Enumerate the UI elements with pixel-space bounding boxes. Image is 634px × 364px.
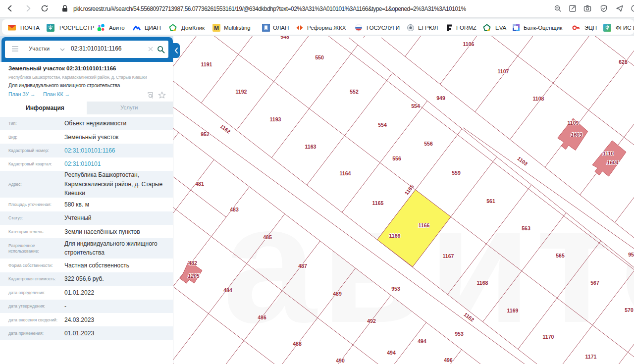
svg-text:556: 556 xyxy=(392,156,401,161)
svg-text:1171: 1171 xyxy=(585,354,597,360)
svg-text:1604: 1604 xyxy=(607,159,619,165)
svg-text:1106: 1106 xyxy=(463,41,475,47)
svg-text:492: 492 xyxy=(367,318,376,324)
svg-text:550: 550 xyxy=(315,54,324,60)
svg-text:95: 95 xyxy=(628,252,634,258)
svg-text:1205: 1205 xyxy=(188,273,200,279)
svg-text:953: 953 xyxy=(455,331,464,337)
svg-text:1166: 1166 xyxy=(389,233,401,239)
svg-text:554: 554 xyxy=(411,103,420,109)
svg-text:1163: 1163 xyxy=(305,144,317,150)
svg-text:1164: 1164 xyxy=(340,170,351,176)
svg-text:M: M xyxy=(214,25,219,32)
svg-text:484: 484 xyxy=(223,287,232,293)
svg-text:1170: 1170 xyxy=(543,334,554,340)
svg-text:552: 552 xyxy=(350,89,359,95)
svg-text:482: 482 xyxy=(188,260,197,266)
svg-text:565: 565 xyxy=(556,253,565,259)
svg-text:487: 487 xyxy=(298,263,307,269)
svg-text:952: 952 xyxy=(201,131,210,137)
svg-text:559: 559 xyxy=(452,170,461,176)
svg-text:1193: 1193 xyxy=(270,116,281,122)
svg-text:485: 485 xyxy=(263,234,272,240)
svg-text:489: 489 xyxy=(333,291,342,297)
svg-text:556: 556 xyxy=(424,141,433,147)
svg-text:481: 481 xyxy=(195,181,204,187)
svg-text:1603: 1603 xyxy=(571,132,582,138)
svg-text:1168: 1168 xyxy=(477,280,488,286)
svg-text:1191: 1191 xyxy=(201,61,212,67)
svg-text:561: 561 xyxy=(486,198,495,204)
svg-text:570: 570 xyxy=(625,307,634,313)
svg-text:496: 496 xyxy=(444,357,453,363)
svg-text:1192: 1192 xyxy=(236,89,247,95)
svg-text:628: 628 xyxy=(619,59,628,65)
svg-text:563: 563 xyxy=(522,225,530,231)
svg-text:1108: 1108 xyxy=(533,96,544,102)
svg-text:494: 494 xyxy=(418,338,426,344)
svg-text:1107: 1107 xyxy=(498,68,509,74)
svg-text:1109: 1109 xyxy=(568,120,579,126)
svg-text:1166: 1166 xyxy=(419,222,430,228)
svg-text:486: 486 xyxy=(258,314,266,320)
svg-text:554: 554 xyxy=(378,122,387,128)
svg-text:1167: 1167 xyxy=(443,253,454,259)
svg-text:1165: 1165 xyxy=(372,200,384,206)
svg-text:548: 548 xyxy=(280,36,289,40)
svg-text:1110: 1110 xyxy=(603,151,614,156)
svg-text:567: 567 xyxy=(590,280,599,286)
svg-text:1169: 1169 xyxy=(507,308,519,313)
svg-text:494: 494 xyxy=(387,350,396,356)
svg-text:483: 483 xyxy=(230,207,239,212)
svg-text:949: 949 xyxy=(436,95,445,101)
svg-text:953: 953 xyxy=(391,286,400,292)
svg-text:488: 488 xyxy=(293,341,302,347)
svg-text:490: 490 xyxy=(336,358,345,364)
